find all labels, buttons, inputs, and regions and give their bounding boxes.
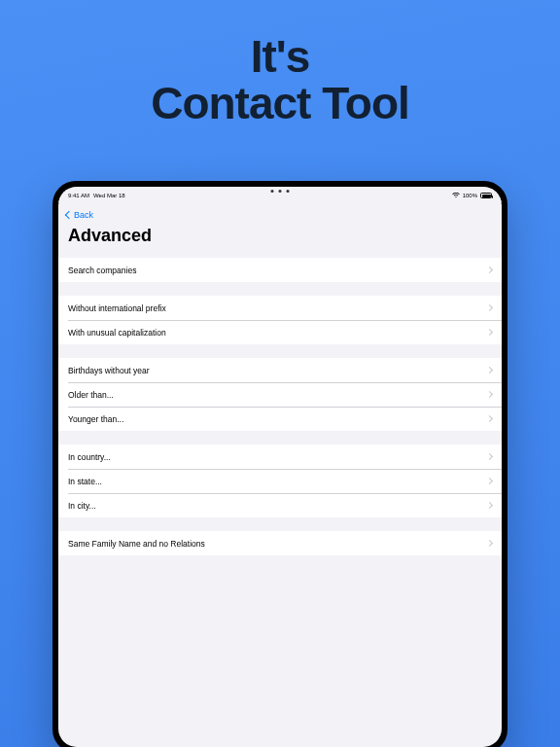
row-label: In city... (68, 501, 96, 511)
settings-group: Same Family Name and no Relations (58, 531, 502, 555)
settings-group: In country...In state...In city... (58, 445, 502, 517)
settings-row[interactable]: Birthdays without year (58, 358, 502, 382)
settings-row[interactable]: In state... (58, 469, 502, 493)
settings-row[interactable]: In country... (58, 445, 502, 469)
settings-row[interactable]: Older than... (58, 382, 502, 407)
settings-row[interactable]: Younger than... (58, 407, 502, 431)
chevron-right-icon (486, 453, 493, 460)
status-time: 9:41 AM (68, 193, 89, 198)
battery-pct: 100% (463, 193, 477, 198)
row-label: Older than... (68, 390, 114, 400)
navbar: Back (58, 202, 502, 224)
settings-row[interactable]: Without international prefix (58, 296, 502, 320)
chevron-right-icon (486, 267, 493, 273)
row-label: With unusual capitalization (68, 328, 166, 338)
chevron-right-icon (486, 502, 493, 509)
chevron-right-icon (486, 478, 493, 484)
settings-group: Birthdays without yearOlder than...Young… (58, 358, 502, 431)
ipad-frame: 9:41 AM Wed Mar 18 100% Back Advanced Se… (52, 181, 508, 747)
row-label: Same Family Name and no Relations (68, 539, 205, 549)
page-title: Advanced (58, 224, 502, 254)
row-label: In country... (68, 452, 111, 462)
row-label: Without international prefix (68, 303, 166, 313)
hero-title: It's Contact Tool (0, 0, 560, 127)
chevron-left-icon (65, 211, 73, 219)
chevron-right-icon (486, 415, 493, 422)
back-label: Back (74, 210, 93, 220)
row-label: Search companies (68, 266, 136, 275)
settings-list: Search companiesWithout international pr… (58, 258, 502, 555)
hero-line1: It's (0, 33, 560, 80)
chevron-right-icon (486, 391, 493, 398)
chevron-right-icon (486, 540, 493, 547)
row-label: In state... (68, 477, 102, 486)
status-date: Wed Mar 18 (93, 193, 125, 198)
row-label: Younger than... (68, 414, 123, 424)
settings-group: Search companies (58, 258, 502, 282)
chevron-right-icon (486, 329, 493, 336)
back-button[interactable]: Back (66, 210, 93, 220)
row-label: Birthdays without year (68, 366, 150, 375)
settings-row[interactable]: In city... (58, 493, 502, 517)
battery-icon (480, 193, 492, 198)
settings-group: Without international prefixWith unusual… (58, 296, 502, 344)
camera-notch (271, 190, 290, 193)
hero-line2: Contact Tool (0, 80, 560, 126)
chevron-right-icon (486, 304, 493, 311)
settings-row[interactable]: Same Family Name and no Relations (58, 531, 502, 555)
ipad-screen: 9:41 AM Wed Mar 18 100% Back Advanced Se… (58, 187, 502, 747)
settings-row[interactable]: With unusual capitalization (58, 320, 502, 344)
wifi-icon (452, 193, 460, 198)
settings-row[interactable]: Search companies (58, 258, 502, 282)
chevron-right-icon (486, 367, 493, 374)
